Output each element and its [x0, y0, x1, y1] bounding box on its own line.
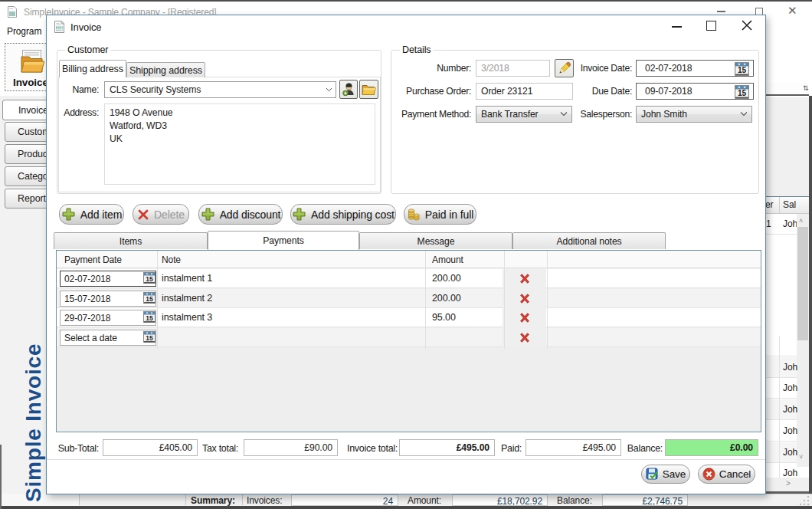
svg-text:15: 15	[146, 314, 153, 322]
svg-text:15: 15	[146, 334, 153, 342]
svg-text:15: 15	[146, 275, 153, 283]
svg-text:15: 15	[738, 89, 746, 97]
svg-text:15: 15	[146, 295, 153, 303]
svg-text:15: 15	[738, 66, 746, 74]
